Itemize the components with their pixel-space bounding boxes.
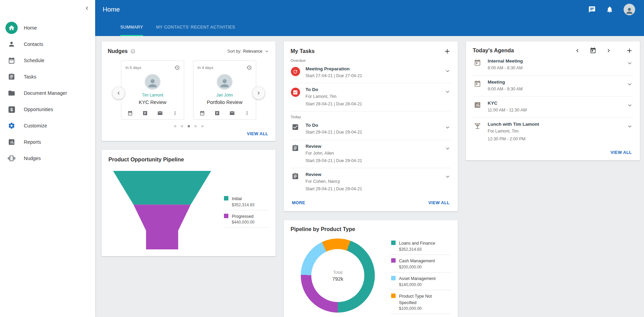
legend-item: Cash Management $200,000.00 bbox=[390, 255, 451, 272]
agenda-prev-button[interactable] bbox=[574, 47, 581, 54]
sidebar-nav: Home Contacts Schedule Tasks Document Ma… bbox=[0, 0, 95, 166]
history-icon[interactable] bbox=[246, 65, 252, 70]
expand-chevron-icon[interactable] bbox=[626, 81, 633, 88]
column-right: Today's Agenda Internal Meeting 8:00 bbox=[466, 41, 640, 160]
sidebar-item-label: Nudges bbox=[24, 156, 41, 161]
info-icon[interactable] bbox=[130, 49, 135, 54]
carousel-prev-button[interactable] bbox=[112, 87, 125, 99]
carousel-next-button[interactable] bbox=[253, 87, 265, 99]
notes-icon[interactable] bbox=[142, 110, 148, 116]
my-tasks-title: My Tasks bbox=[291, 48, 315, 54]
pipeline-by-product-type-card: Pipeline by Product Type Total 792k bbox=[284, 220, 458, 317]
followup-red-icon bbox=[291, 67, 300, 76]
legend-swatch bbox=[391, 241, 396, 245]
sidebar-item-tasks[interactable]: Tasks bbox=[0, 69, 95, 85]
folder-icon bbox=[5, 87, 18, 99]
contact-avatar bbox=[144, 74, 161, 90]
agenda-view-all-link[interactable]: VIEW ALL bbox=[611, 150, 632, 155]
clipboard-icon bbox=[5, 71, 18, 83]
donut-chart: Total 792k bbox=[301, 239, 375, 313]
more-vert-icon[interactable] bbox=[244, 110, 250, 116]
expand-chevron-icon[interactable] bbox=[626, 102, 633, 109]
sidebar-collapse-button[interactable] bbox=[84, 5, 90, 12]
nudge-card[interactable]: In 4 days Jan John Portfolio Review bbox=[193, 60, 256, 120]
sidebar-item-label: Schedule bbox=[24, 58, 44, 63]
sidebar-item-home[interactable]: Home bbox=[0, 20, 95, 36]
add-appointment-button[interactable] bbox=[626, 47, 633, 54]
task-title: To Do bbox=[306, 123, 441, 128]
expand-chevron-icon[interactable] bbox=[444, 124, 451, 131]
calendar-icon[interactable] bbox=[127, 110, 133, 116]
calendar-today-icon[interactable] bbox=[590, 47, 596, 54]
expand-chevron-icon[interactable] bbox=[444, 88, 451, 95]
pagination-dot-active[interactable] bbox=[188, 125, 190, 127]
agenda-row[interactable]: Meeting 9:00 AM - 9:30 AM bbox=[473, 75, 633, 96]
more-vert-icon[interactable] bbox=[172, 110, 178, 116]
agenda-item-title: Internal Meeting bbox=[488, 58, 623, 64]
task-dates: Start 27-04-21 | Due 27-04-21 bbox=[306, 73, 441, 79]
agenda-next-button[interactable] bbox=[605, 47, 612, 54]
history-icon[interactable] bbox=[174, 65, 180, 70]
expand-chevron-icon[interactable] bbox=[444, 68, 451, 74]
sidebar-item-document-manager[interactable]: Document Manager bbox=[0, 85, 95, 101]
task-row[interactable]: Review For Cohen, Nancy Start 29-04-21 |… bbox=[291, 168, 451, 196]
pagination-dot[interactable] bbox=[201, 125, 204, 127]
expand-chevron-icon[interactable] bbox=[444, 145, 451, 152]
notes-icon[interactable] bbox=[214, 110, 220, 116]
contact-name-link[interactable]: Tim Lamont bbox=[125, 93, 180, 98]
tasks-more-link[interactable]: MORE bbox=[292, 200, 305, 205]
sidebar-item-customize[interactable]: Customize bbox=[0, 118, 95, 134]
legend-swatch bbox=[224, 196, 228, 200]
task-row[interactable]: Meeting Preparation Start 27-04-21 | Due… bbox=[291, 63, 451, 83]
sort-by-dropdown[interactable]: Sort by: Relevance bbox=[227, 49, 269, 54]
task-row[interactable]: Review For John, Allen Start 29-04-21 | … bbox=[291, 140, 451, 168]
tab-summary[interactable]: SUMMARY bbox=[120, 19, 143, 36]
mail-icon[interactable] bbox=[157, 110, 163, 116]
expand-chevron-icon[interactable] bbox=[626, 60, 633, 67]
expand-chevron-icon[interactable] bbox=[626, 123, 633, 130]
sidebar-item-label: Home bbox=[24, 25, 37, 31]
agenda-row[interactable]: KYC 11:00 AM - 11:30 AM bbox=[473, 96, 633, 118]
person-icon bbox=[5, 38, 18, 50]
task-row[interactable]: To Do For Lamont, Tim Start 28-04-21 | D… bbox=[291, 83, 451, 111]
legend-swatch bbox=[391, 258, 396, 263]
agenda-row[interactable]: Internal Meeting 8:00 AM - 8:30 AM bbox=[473, 54, 633, 75]
pagination-dot[interactable] bbox=[174, 125, 176, 127]
user-avatar[interactable] bbox=[624, 4, 635, 15]
sidebar-item-contacts[interactable]: Contacts bbox=[0, 36, 95, 52]
donut-legend: Loans and Finance $352,314.83 Cash Manag… bbox=[390, 237, 451, 314]
calendar-icon bbox=[473, 80, 482, 88]
sidebar-item-label: Contacts bbox=[24, 41, 43, 47]
pagination-dot[interactable] bbox=[194, 125, 197, 127]
notifications-icon[interactable] bbox=[606, 6, 613, 13]
chat-icon[interactable] bbox=[588, 6, 596, 13]
add-task-button[interactable] bbox=[443, 48, 451, 55]
legend-item: Progressed $440,000.00 bbox=[223, 210, 269, 228]
sidebar-item-schedule[interactable]: Schedule bbox=[0, 52, 95, 69]
nudge-card[interactable]: In 5 days Tim Lamont KYC Review bbox=[121, 60, 184, 120]
calendar-icon[interactable] bbox=[199, 110, 205, 116]
expand-chevron-icon[interactable] bbox=[444, 173, 451, 180]
nudges-view-all-link[interactable]: VIEW ALL bbox=[247, 131, 268, 136]
task-title: Review bbox=[306, 172, 441, 177]
carousel-pagination bbox=[108, 125, 269, 127]
contact-name-link[interactable]: Jan John bbox=[197, 93, 252, 98]
sidebar-item-opportunities[interactable]: $ Opportunities bbox=[0, 101, 95, 118]
mail-icon[interactable] bbox=[229, 110, 235, 116]
sidebar-item-label: Reports bbox=[24, 139, 41, 145]
tasks-view-all-link[interactable]: VIEW ALL bbox=[429, 200, 450, 205]
sidebar-item-nudges[interactable]: Nudges bbox=[0, 150, 95, 166]
sidebar-item-label: Tasks bbox=[24, 74, 36, 80]
funnel-legend: Initial $352,314.83 Progressed $440,000.… bbox=[223, 193, 269, 228]
task-row[interactable]: To Do Start 29-04-21 | Due 29-04-21 bbox=[291, 119, 451, 140]
agenda-item-time: 8:00 AM - 8:30 AM bbox=[488, 65, 623, 71]
sort-by-label: Sort by: bbox=[227, 49, 241, 54]
legend-label: Product Type Not Specified bbox=[399, 294, 432, 305]
tab-recent-activities[interactable]: MY CONTACTS' RECENT ACTIVITIES bbox=[156, 19, 235, 36]
agenda-row[interactable]: Lunch with Tim Lamont For Lamont, Tim 12… bbox=[473, 118, 633, 146]
todo-red-icon bbox=[291, 88, 300, 97]
sidebar-item-label: Opportunities bbox=[24, 107, 53, 112]
pagination-dot[interactable] bbox=[181, 125, 183, 127]
sidebar-item-reports[interactable]: Reports bbox=[0, 134, 95, 150]
legend-item: Initial $352,314.83 bbox=[223, 193, 269, 210]
